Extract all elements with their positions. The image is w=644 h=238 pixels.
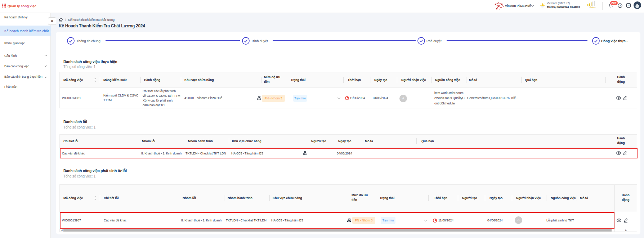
svg-text:?: ? [619, 4, 621, 7]
